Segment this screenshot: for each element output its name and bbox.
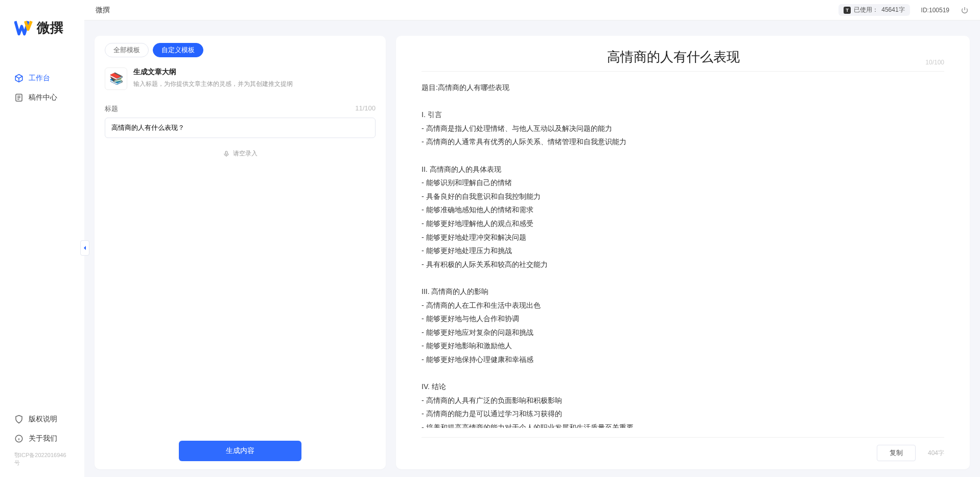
- title-input[interactable]: [105, 118, 376, 138]
- nav-label: 稿件中心: [29, 93, 57, 102]
- nav-about[interactable]: 关于我们: [0, 429, 84, 448]
- nav-copyright[interactable]: 版权说明: [0, 410, 84, 429]
- svg-rect-2: [225, 151, 227, 154]
- books-icon: 📚: [105, 67, 127, 90]
- copy-button[interactable]: 复制: [877, 445, 916, 461]
- usage-label: 已使用：: [854, 6, 878, 14]
- nav-main: 工作台 稿件中心: [0, 69, 84, 107]
- title-field-label: 标题: [105, 104, 118, 113]
- voice-prompt-text: 请空录入: [233, 149, 258, 158]
- nav-drafts[interactable]: 稿件中心: [0, 88, 84, 107]
- usage-badge[interactable]: T 已使用： 45641字: [838, 4, 909, 16]
- template-card: 📚 生成文章大纲 输入标题，为你提供文章主体的灵感，并为其创建推文提纲: [95, 57, 386, 94]
- generate-button[interactable]: 生成内容: [179, 441, 301, 461]
- tab-custom-templates[interactable]: 自定义模板: [153, 43, 203, 57]
- template-title: 生成文章大纲: [133, 67, 293, 77]
- topbar: 微撰 T 已使用： 45641字 ID:100519: [84, 0, 980, 20]
- user-id: ID:100519: [921, 7, 949, 14]
- microphone-icon: [223, 150, 230, 157]
- template-desc: 输入标题，为你提供文章主体的灵感，并为其创建推文提纲: [133, 80, 293, 88]
- usage-value: 45641字: [881, 6, 904, 14]
- template-tabs: 全部模板 自定义模板: [95, 43, 386, 57]
- input-panel: 全部模板 自定义模板 📚 生成文章大纲 输入标题，为你提供文章主体的灵感，并为其…: [95, 36, 386, 469]
- icp-text: 鄂ICP备2022016946号: [0, 448, 84, 472]
- result-title: 高情商的人有什么表现: [422, 48, 925, 66]
- logo-text: 微撰: [37, 19, 63, 37]
- nav-workspace[interactable]: 工作台: [0, 69, 84, 88]
- sidebar: 微撰 工作台 稿件中心 版权说明 关于我们 鄂ICP备2022016946号: [0, 0, 84, 477]
- page-title: 微撰: [96, 6, 110, 15]
- collapse-sidebar-button[interactable]: [80, 240, 89, 256]
- result-panel: 高情商的人有什么表现 10/100 题目:高情商的人有哪些表现 I. 引言 - …: [396, 36, 970, 469]
- voice-input-button[interactable]: 请空录入: [95, 149, 386, 158]
- result-title-counter: 10/100: [925, 59, 944, 66]
- nav-label: 工作台: [29, 74, 50, 83]
- title-field-counter: 11/100: [355, 104, 376, 113]
- chevron-left-icon: [82, 245, 87, 251]
- document-icon: [14, 93, 24, 102]
- result-word-count: 404字: [928, 449, 944, 458]
- shield-icon: [14, 415, 24, 424]
- logo: 微撰: [0, 0, 84, 47]
- tab-all-templates[interactable]: 全部模板: [105, 43, 149, 57]
- nav-label: 版权说明: [29, 415, 57, 424]
- info-icon: [14, 434, 24, 443]
- cube-icon: [14, 74, 24, 83]
- sidebar-bottom: 版权说明 关于我们 鄂ICP备2022016946号: [0, 410, 84, 477]
- nav-label: 关于我们: [29, 434, 57, 443]
- power-icon[interactable]: [961, 6, 969, 14]
- logo-icon: [14, 18, 33, 37]
- text-count-icon: T: [844, 7, 851, 14]
- result-body[interactable]: 题目:高情商的人有哪些表现 I. 引言 - 高情商是指人们处理情绪、与他人互动以…: [422, 81, 944, 428]
